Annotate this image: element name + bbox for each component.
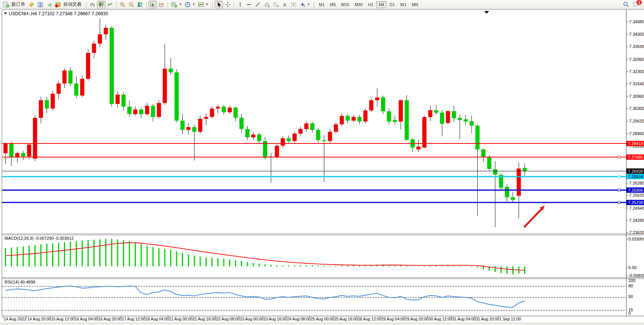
text-button[interactable]: A [281, 1, 289, 8]
candle [228, 108, 232, 112]
toolbar-separator [167, 1, 168, 8]
arrows-button[interactable]: ▼ [298, 1, 311, 8]
macd-bar [194, 256, 195, 266]
svg-text:21 Aug 16:00: 21 Aug 16:00 [193, 317, 216, 321]
macd-bar [424, 266, 425, 266]
macd-bar [282, 265, 284, 266]
text-label-button[interactable]: T [289, 1, 298, 8]
svg-text:17 Aug 12:00: 17 Aug 12:00 [122, 317, 145, 321]
macd-bar [412, 266, 413, 266]
candlestick-chart-button[interactable] [97, 1, 105, 8]
toolbar-grip[interactable] [211, 2, 213, 8]
candle [86, 53, 90, 79]
svg-text:7.32960: 7.32960 [629, 57, 644, 62]
timeframe-button-m1[interactable]: M1 [316, 1, 327, 8]
svg-text:F: F [277, 5, 279, 7]
hline-handle[interactable] [618, 156, 620, 158]
timeframe-button-h1[interactable]: H1 [365, 1, 376, 8]
candle [74, 83, 78, 96]
zoom-out-button[interactable] [127, 1, 135, 8]
annotation-arrow[interactable] [524, 206, 545, 227]
notifications-button[interactable]: 1 [631, 1, 640, 8]
vertical-line-button[interactable] [236, 1, 244, 8]
horizontal-lines[interactable] [2, 143, 626, 204]
macd-bar [170, 250, 171, 266]
chart-profile-button[interactable] [27, 1, 36, 8]
bar-chart-button[interactable] [88, 1, 97, 8]
candle [80, 79, 84, 96]
svg-text:E: E [268, 5, 270, 7]
arrows-icon [300, 2, 306, 8]
new-order-button[interactable]: 新订单 [2, 1, 27, 8]
candle [62, 70, 67, 83]
search-button[interactable] [622, 1, 631, 8]
equidistant-channel-button[interactable]: E [262, 1, 271, 8]
fibonacci-icon: F [273, 2, 279, 8]
toolbar-grip[interactable] [85, 2, 87, 8]
auto-trading-button[interactable]: 自动交易 [54, 1, 83, 8]
candle [458, 118, 462, 120]
crosshair-button[interactable] [223, 1, 232, 8]
line-chart-button[interactable] [106, 1, 114, 8]
chart-window[interactable]: USDCNH-,H4 7.27102 7.27348 7.26667 7.269… [0, 9, 644, 323]
periods-button[interactable]: ▼ [183, 1, 196, 8]
hline-handle[interactable] [618, 175, 620, 178]
candle [98, 34, 102, 43]
macd-bar [495, 266, 496, 272]
macd-bar [11, 247, 12, 266]
cursor-button[interactable] [215, 1, 223, 8]
timeframe-button-m30[interactable]: M30 [352, 1, 365, 8]
timeframe-button-mn[interactable]: MN [409, 1, 421, 8]
timeframe-button-w1[interactable]: W1 [397, 1, 409, 8]
templates-button[interactable]: ▼ [197, 1, 210, 8]
signals-button[interactable] [45, 1, 53, 8]
text-icon: A [282, 2, 287, 8]
time-axis[interactable]: 14 Aug 202314 Aug 20:0015 Aug 12:0016 Au… [3, 316, 521, 322]
zoom-in-button[interactable] [118, 1, 127, 8]
candle [287, 138, 291, 141]
timeframe-button-h4[interactable]: H4 [376, 1, 387, 8]
macd-bar [406, 266, 407, 266]
macd-bar [400, 266, 402, 266]
fibonacci-button[interactable]: F [271, 1, 280, 8]
timeframe-button-m5[interactable]: M5 [327, 1, 338, 8]
symbol-dropdown-icon[interactable] [4, 13, 7, 14]
svg-text:USDCNH-,H4 7.27102 7.27348 7.: USDCNH-,H4 7.27102 7.27348 7.26667 7.269… [9, 11, 108, 16]
timeframe-group: M1M5M15M30H1H4D1W1MN [316, 1, 421, 8]
macd-bar [247, 262, 248, 266]
auto-scroll-button[interactable] [148, 1, 157, 8]
macd-bar [99, 239, 100, 266]
macd-bar [147, 245, 148, 266]
svg-text:7.29620: 7.29620 [629, 119, 644, 123]
candle [110, 28, 114, 104]
candle [416, 147, 421, 149]
toolbar-grip[interactable] [313, 2, 315, 8]
price-axis[interactable]: 7.349807.343007.336407.329607.323007.316… [626, 19, 644, 235]
chart-shift-marker[interactable] [484, 11, 489, 14]
candle [169, 69, 173, 72]
timeframe-button-d1[interactable]: D1 [387, 1, 397, 8]
trendline-button[interactable] [253, 1, 262, 8]
macd-bar [123, 240, 124, 266]
horizontal-line-button[interactable] [245, 1, 253, 8]
hline-handle[interactable] [618, 201, 620, 204]
clock-icon [185, 2, 191, 8]
new-chart-button[interactable]: ▼ [170, 1, 183, 8]
chart-canvas[interactable]: USDCNH-,H4 7.27102 7.27348 7.26667 7.269… [0, 9, 644, 323]
candle [381, 97, 385, 112]
svg-text:7.34980: 7.34980 [629, 19, 644, 24]
tile-windows-button[interactable] [136, 1, 144, 8]
macd-bar [459, 266, 461, 266]
candle [175, 72, 179, 121]
timeframe-button-m15[interactable]: M15 [338, 1, 352, 8]
hline-handle[interactable] [618, 189, 620, 191]
macd-bar [318, 266, 319, 266]
signals-icon [46, 2, 52, 8]
chart-shift-button[interactable] [157, 1, 166, 8]
macd-bar [88, 240, 89, 266]
market-profile-button[interactable] [36, 1, 45, 8]
candle [322, 140, 326, 141]
svg-text:100: 100 [628, 278, 635, 283]
svg-text:22 Aug 08:00: 22 Aug 08:00 [216, 317, 240, 321]
macd-bar [111, 239, 112, 266]
